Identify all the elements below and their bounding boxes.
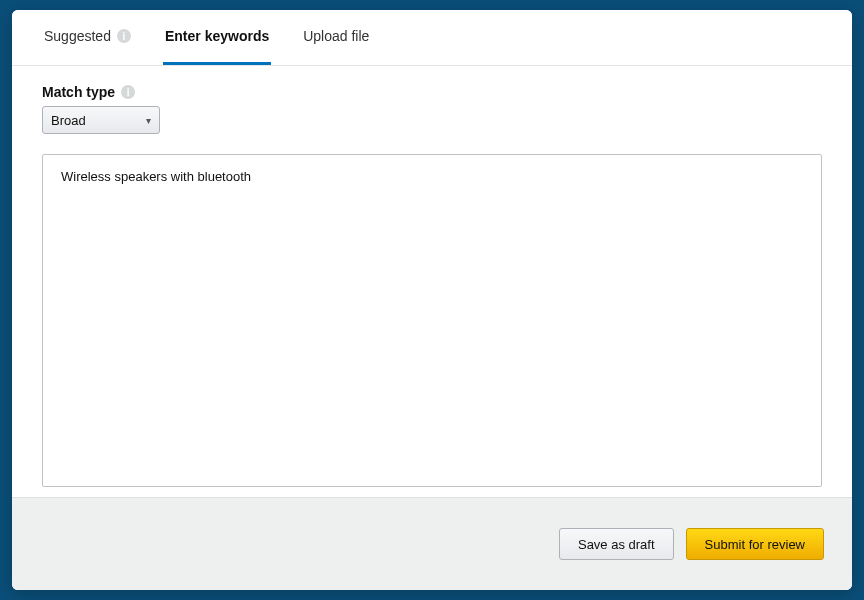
form-area: Match type i Broad ▾ bbox=[12, 66, 852, 497]
tab-upload-file[interactable]: Upload file bbox=[301, 10, 371, 65]
tab-label: Suggested bbox=[44, 28, 111, 44]
tabs-bar: Suggested i Enter keywords Upload file bbox=[12, 10, 852, 66]
tab-label: Enter keywords bbox=[165, 28, 269, 44]
tab-suggested[interactable]: Suggested i bbox=[42, 10, 133, 65]
match-type-select[interactable]: Broad ▾ bbox=[42, 106, 160, 134]
keyword-modal: Suggested i Enter keywords Upload file M… bbox=[12, 10, 852, 590]
keywords-textarea[interactable] bbox=[42, 154, 822, 487]
match-type-label: Match type bbox=[42, 84, 115, 100]
submit-review-button[interactable]: Submit for review bbox=[686, 528, 824, 560]
info-icon: i bbox=[121, 85, 135, 99]
tab-enter-keywords[interactable]: Enter keywords bbox=[163, 10, 271, 65]
tab-label: Upload file bbox=[303, 28, 369, 44]
modal-footer: Save as draft Submit for review bbox=[12, 497, 852, 590]
match-type-selected: Broad bbox=[51, 113, 86, 128]
chevron-down-icon: ▾ bbox=[146, 115, 151, 126]
save-draft-button[interactable]: Save as draft bbox=[559, 528, 674, 560]
match-type-label-row: Match type i bbox=[42, 84, 822, 100]
info-icon: i bbox=[117, 29, 131, 43]
modal-content: Suggested i Enter keywords Upload file M… bbox=[12, 10, 852, 590]
